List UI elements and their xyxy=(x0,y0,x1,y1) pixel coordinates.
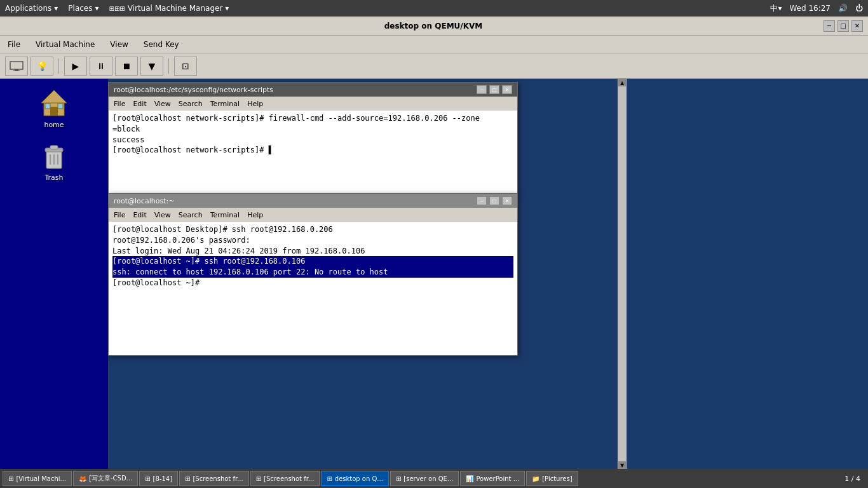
t2-menu-view[interactable]: View xyxy=(154,211,171,219)
applications-menu[interactable]: Applications ▾ xyxy=(5,4,58,13)
taskbar-814-icon: ⊞ xyxy=(145,475,150,482)
taskbar-screenshot2[interactable]: ⊞ [Screenshot fr... xyxy=(250,471,320,486)
taskbar-814-label: [8-14] xyxy=(153,475,173,482)
t2-line6: [root@localhost ~]# xyxy=(112,278,513,288)
vmm-menu-bar: File Virtual Machine View Send Key xyxy=(0,36,868,53)
t2-menu-edit[interactable]: Edit xyxy=(133,211,146,219)
scrollbar[interactable]: ▲ ▼ xyxy=(618,79,627,469)
taskbar-pic-icon: 📁 xyxy=(532,475,539,482)
terminal2-menu: File Edit View Search Terminal Help xyxy=(109,208,517,222)
taskbar-csdn-label: [写文章-CSD... xyxy=(89,474,132,483)
terminal2-content[interactable]: [root@localhost Desktop]# ssh root@192.1… xyxy=(109,222,517,355)
terminal2-title-text: root@localhost:~ xyxy=(114,197,174,205)
t1-menu-terminal[interactable]: Terminal xyxy=(210,100,240,108)
terminal1-close[interactable]: ✕ xyxy=(502,85,512,94)
t2-menu-terminal[interactable]: Terminal xyxy=(210,211,240,219)
toolbar-pause-btn[interactable]: ⏸ xyxy=(90,57,112,76)
terminal1-title-text: root@localhost:/etc/sysconfig/network-sc… xyxy=(114,86,273,94)
vmm-minimize-button[interactable]: − xyxy=(824,20,835,32)
toolbar-display-btn[interactable] xyxy=(5,57,28,76)
taskbar-ss1-label: [Screenshot fr... xyxy=(193,475,243,482)
taskbar-csdn-icon: 🦊 xyxy=(79,475,86,482)
terminal1-maximize[interactable]: □ xyxy=(489,85,499,94)
svg-rect-6 xyxy=(45,104,50,109)
t1-menu-edit[interactable]: Edit xyxy=(133,100,146,108)
vmm-maximize-button[interactable]: □ xyxy=(837,20,849,32)
toolbar-run-btn[interactable]: ▶ xyxy=(64,57,87,76)
t1-line1: [root@localhost network-scripts]# firewa… xyxy=(112,113,513,135)
t2-menu-file[interactable]: File xyxy=(114,211,125,219)
terminal1-controls: − □ ✕ xyxy=(477,85,512,94)
t2-line4: [root@localhost ~]# ssh root@192.168.0.1… xyxy=(112,256,513,267)
trash-label: Trash xyxy=(44,173,63,182)
toolbar-stop-btn[interactable]: ⏹ xyxy=(115,57,138,76)
taskbar-ss1-icon: ⊞ xyxy=(185,475,190,482)
right-area xyxy=(627,79,868,469)
vmm-close-button[interactable]: ✕ xyxy=(851,20,863,32)
scroll-down[interactable]: ▼ xyxy=(618,461,626,469)
t1-menu-help[interactable]: Help xyxy=(247,100,263,108)
menu-view[interactable]: View xyxy=(107,39,130,50)
terminal2-controls: − □ ✕ xyxy=(477,196,512,205)
places-menu[interactable]: Places ▾ xyxy=(68,4,98,13)
vmm-label: Virtual Machine Manager xyxy=(128,4,223,13)
vmm-title-bar: desktop on QEMU/KVM − □ ✕ xyxy=(0,17,868,36)
terminal2-maximize[interactable]: □ xyxy=(489,196,499,205)
taskbar-csdn[interactable]: 🦊 [写文章-CSD... xyxy=(73,471,138,486)
taskbar-8-14[interactable]: ⊞ [8-14] xyxy=(139,471,178,486)
svg-rect-7 xyxy=(58,104,63,109)
menu-file[interactable]: File xyxy=(5,39,23,50)
taskbar-powerpoint[interactable]: 📊 PowerPoint ... xyxy=(460,471,525,486)
taskbar-screenshot1[interactable]: ⊞ [Screenshot fr... xyxy=(179,471,249,486)
toolbar-sep1 xyxy=(58,58,59,74)
power-icon[interactable]: ⏻ xyxy=(855,4,863,13)
vmm-window-controls: − □ ✕ xyxy=(824,20,863,32)
taskbar-virtual-machine[interactable]: ⊞ [Virtual Machi... xyxy=(3,471,72,486)
toolbar-bulb-btn[interactable]: 💡 xyxy=(31,57,53,76)
taskbar-pic-label: [Pictures] xyxy=(542,475,572,482)
terminal1-menu: File Edit View Search Terminal Help xyxy=(109,97,517,111)
toolbar-fullscreen-btn[interactable]: ⊡ xyxy=(174,57,197,76)
t1-menu-search[interactable]: Search xyxy=(179,100,203,108)
places-label: Places xyxy=(68,4,92,13)
home-label: home xyxy=(44,121,64,129)
home-icon-desktop[interactable]: home xyxy=(29,85,79,132)
taskbar-desktop-qemu[interactable]: ⊞ desktop on Q... xyxy=(321,471,389,486)
t2-line2: root@192.168.0.206's password: xyxy=(112,235,513,246)
t1-menu-view[interactable]: View xyxy=(154,100,171,108)
t1-menu-file[interactable]: File xyxy=(114,100,125,108)
menu-send-key[interactable]: Send Key xyxy=(141,39,182,50)
menu-virtual-machine[interactable]: Virtual Machine xyxy=(33,39,97,50)
terminal1-minimize[interactable]: − xyxy=(477,85,487,94)
vmm-icon: ⊞⊞⊞ xyxy=(109,5,125,12)
terminal1-title-bar[interactable]: root@localhost:/etc/sysconfig/network-sc… xyxy=(109,83,517,97)
taskbar-pictures[interactable]: 📁 [Pictures] xyxy=(526,471,578,486)
vmm-menu[interactable]: ⊞⊞⊞ Virtual Machine Manager ▾ xyxy=(109,4,229,13)
taskbar-pp-label: PowerPoint ... xyxy=(476,475,519,482)
taskbar-server-qemu[interactable]: ⊞ [server on QE... xyxy=(390,471,459,486)
home-icon-img xyxy=(39,88,69,118)
taskbar-ss2-icon: ⊞ xyxy=(256,475,261,482)
main-content: home Trash root@localhost:/etc/sysco xyxy=(0,79,868,469)
terminal2-close[interactable]: ✕ xyxy=(502,196,512,205)
svg-rect-10 xyxy=(50,146,58,149)
top-bar-right: 中▾ Wed 16:27 🔊 ⏻ xyxy=(770,3,863,14)
t2-menu-help[interactable]: Help xyxy=(247,211,263,219)
vmm-arrow: ▾ xyxy=(225,4,229,13)
vmm-toolbar: 💡 ▶ ⏸ ⏹ ▼ ⊡ xyxy=(0,53,868,79)
volume-icon[interactable]: 🔊 xyxy=(838,4,848,13)
toolbar-dropdown-btn[interactable]: ▼ xyxy=(140,57,163,76)
datetime: Wed 16:27 xyxy=(789,4,831,13)
t2-line1: [root@localhost Desktop]# ssh root@192.1… xyxy=(112,224,513,235)
trash-icon-desktop[interactable]: Trash xyxy=(29,138,79,184)
svg-rect-2 xyxy=(13,71,20,71)
taskbar-ss2-label: [Screenshot fr... xyxy=(264,475,314,482)
terminal2-title-bar[interactable]: root@localhost:~ − □ ✕ xyxy=(109,194,517,208)
taskbar-sq-icon: ⊞ xyxy=(396,475,401,482)
places-arrow: ▾ xyxy=(95,4,99,13)
terminal2-minimize[interactable]: − xyxy=(477,196,487,205)
scroll-up[interactable]: ▲ xyxy=(618,79,626,86)
input-method[interactable]: 中▾ xyxy=(770,3,782,14)
t2-menu-search[interactable]: Search xyxy=(179,211,203,219)
terminal1-content[interactable]: [root@localhost network-scripts]# firewa… xyxy=(109,111,517,193)
